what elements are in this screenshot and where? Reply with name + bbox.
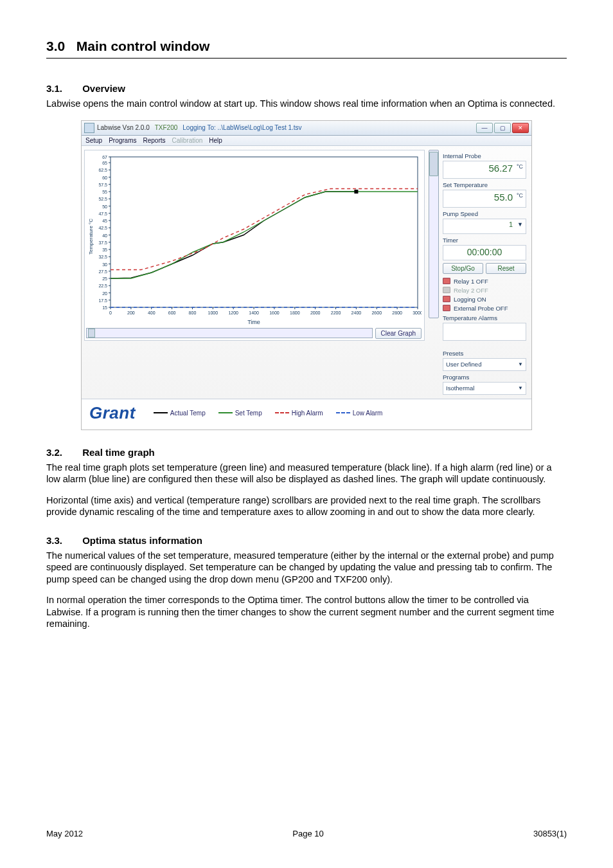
figure-footer: Grant Actual Temp Set Temp High Alarm Lo… <box>82 399 531 429</box>
section-33-p2: In normal operation the timer correspond… <box>46 594 567 630</box>
svg-text:47.5: 47.5 <box>98 211 107 215</box>
svg-text:2800: 2800 <box>392 311 402 315</box>
svg-text:25: 25 <box>102 276 107 281</box>
titlebar: Labwise Vsn 2.0.0 TXF200 Logging To: ..\… <box>82 121 531 136</box>
app-icon <box>84 123 94 133</box>
svg-text:35: 35 <box>102 248 107 252</box>
clear-graph-button[interactable]: Clear Graph <box>375 328 422 339</box>
section-32-p1: The real time graph plots set temperatur… <box>46 462 567 485</box>
menu-setup[interactable]: Setup <box>85 137 102 144</box>
programs-label: Programs <box>443 374 526 381</box>
close-button[interactable]: ✕ <box>512 123 529 133</box>
status-panel: Internal Probe 56.27 °C Set Temperature … <box>443 150 526 395</box>
menu-programs[interactable]: Programs <box>109 137 136 144</box>
svg-text:52.5: 52.5 <box>98 197 107 201</box>
timer-label: Timer <box>443 237 526 244</box>
heading-title: Main control window <box>76 39 210 53</box>
svg-text:0: 0 <box>109 311 112 315</box>
alarms-label: Temperature Alarms <box>443 314 526 321</box>
relay2-led <box>443 287 450 293</box>
svg-text:15: 15 <box>102 305 107 310</box>
svg-text:55: 55 <box>102 190 107 194</box>
svg-text:1000: 1000 <box>208 311 218 315</box>
svg-text:30: 30 <box>102 262 107 266</box>
legend-high-line <box>275 412 289 413</box>
svg-text:20: 20 <box>102 291 107 295</box>
relay1-label: Relay 1 OFF <box>454 278 488 285</box>
section-num: 3.2. <box>46 447 80 458</box>
legend-high: High Alarm <box>292 410 323 417</box>
svg-text:3000: 3000 <box>413 311 422 315</box>
svg-text:45: 45 <box>102 219 107 223</box>
svg-text:1600: 1600 <box>269 311 280 315</box>
section-31-text: Labwise opens the main control window at… <box>46 98 567 110</box>
app-window: Labwise Vsn 2.0.0 TXF200 Logging To: ..\… <box>81 120 532 430</box>
pump-speed-select[interactable]: 1 ▼ <box>443 219 526 234</box>
svg-text:600: 600 <box>168 311 176 315</box>
svg-text:42.5: 42.5 <box>98 226 107 230</box>
legend-set-line <box>218 412 233 413</box>
legend-low-line <box>336 412 350 413</box>
footer-center: Page 10 <box>292 829 323 838</box>
svg-text:65: 65 <box>102 161 107 165</box>
svg-text:60: 60 <box>102 175 107 179</box>
programs-select[interactable]: Isothermal▼ <box>443 382 526 395</box>
extprobe-led <box>443 305 450 311</box>
section-title: Optima status information <box>82 535 202 546</box>
svg-text:67: 67 <box>102 155 107 159</box>
section-33-p1: The numerical values of the set temperat… <box>46 550 567 586</box>
svg-text:40: 40 <box>102 233 107 237</box>
set-temp-label: Set Temperature <box>443 181 526 188</box>
minimize-button[interactable]: — <box>476 123 493 133</box>
section-32-p2: Horizontal (time axis) and vertical (tem… <box>46 494 567 518</box>
chart-panel: 1517.52022.52527.53032.53537.54042.54547… <box>84 150 425 341</box>
svg-text:400: 400 <box>148 311 155 315</box>
reset-button[interactable]: Reset <box>486 263 526 274</box>
page-footer: May 2012 Page 10 30853(1) <box>46 829 567 838</box>
temp-scrollbar[interactable] <box>429 150 439 318</box>
menubar: Setup Programs Reports Calibration Help <box>82 136 531 146</box>
section-title: Real time graph <box>82 447 155 458</box>
extprobe-label: External Probe OFF <box>454 305 508 312</box>
svg-text:57.5: 57.5 <box>98 182 107 186</box>
legend-set: Set Temp <box>235 410 262 417</box>
svg-text:22.5: 22.5 <box>98 284 107 288</box>
alarms-box <box>443 323 526 341</box>
menu-reports[interactable]: Reports <box>143 137 166 144</box>
presets-select[interactable]: User Defined▼ <box>443 358 526 371</box>
heading-num: 3.0 <box>46 39 65 53</box>
log-path: Logging To: ..\LabWise\Log\Log Test 1.ts… <box>182 124 301 131</box>
footer-right: 30853(1) <box>533 829 567 838</box>
svg-text:1800: 1800 <box>290 311 300 315</box>
logging-led <box>443 296 450 302</box>
internal-probe-value: 56.27 °C <box>443 161 526 179</box>
legend-actual: Actual Temp <box>170 410 206 417</box>
section-title: Overview <box>82 83 125 94</box>
timer-value: 00:00:00 <box>443 245 526 260</box>
doc-id: TXF200 <box>155 124 178 131</box>
svg-text:32.5: 32.5 <box>98 255 107 259</box>
svg-text:2200: 2200 <box>331 311 341 315</box>
svg-text:2400: 2400 <box>351 311 362 315</box>
divider <box>46 58 567 59</box>
menu-calibration[interactable]: Calibration <box>172 137 203 144</box>
relay1-led <box>443 278 450 284</box>
app-title: Labwise Vsn 2.0.0 <box>97 124 150 131</box>
realtime-chart: 1517.52022.52527.53032.53537.54042.54547… <box>86 153 422 320</box>
section-32-heading: 3.2. Real time graph <box>46 447 567 458</box>
svg-text:37.5: 37.5 <box>98 240 107 244</box>
menu-help[interactable]: Help <box>209 137 222 144</box>
internal-probe-label: Internal Probe <box>443 152 526 159</box>
footer-left: May 2012 <box>46 829 83 838</box>
svg-text:2000: 2000 <box>310 311 321 315</box>
svg-text:27.5: 27.5 <box>98 269 107 273</box>
page-heading: 3.0 Main control window <box>46 39 567 54</box>
section-33-heading: 3.3. Optima status information <box>46 535 567 546</box>
stopgo-button[interactable]: Stop/Go <box>443 263 483 274</box>
pump-speed-label: Pump Speed <box>443 210 526 217</box>
maximize-button[interactable]: ▢ <box>494 123 511 133</box>
time-scrollbar[interactable] <box>86 328 373 338</box>
svg-text:2600: 2600 <box>371 311 382 315</box>
set-temp-field[interactable]: 55.0 °C <box>443 190 526 208</box>
svg-rect-0 <box>111 157 418 307</box>
